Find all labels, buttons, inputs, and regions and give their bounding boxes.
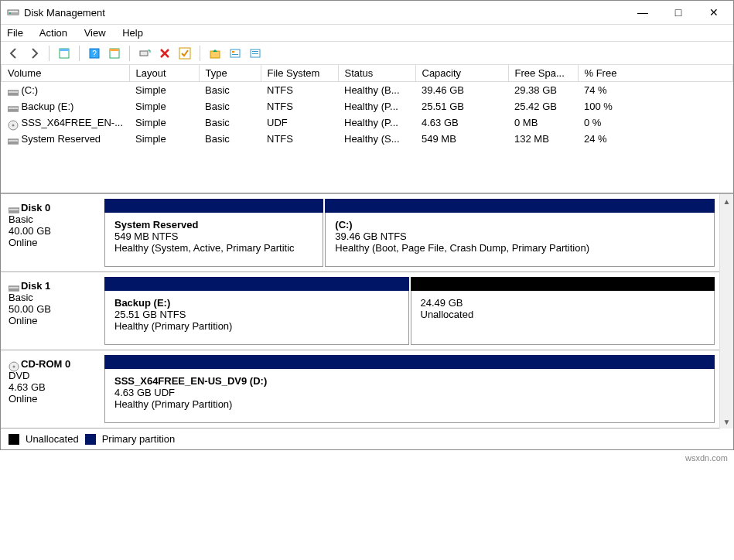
menu-file[interactable]: File — [7, 27, 23, 39]
partition-title: System Reserved — [114, 219, 313, 230]
separator — [129, 46, 130, 61]
partition-sub: 24.49 GB — [421, 297, 705, 309]
volume-name: Backup (E:) — [22, 101, 74, 112]
view-icon[interactable] — [56, 45, 73, 62]
scroll-up-icon[interactable]: ▲ — [720, 194, 733, 208]
cell-capacity: 549 MB — [415, 131, 508, 147]
svg-text:?: ? — [92, 50, 97, 58]
menu-view[interactable]: View — [84, 27, 106, 39]
volume-table[interactable]: Volume Layout Type File System Status Ca… — [1, 65, 733, 147]
disk-row[interactable]: Disk 1Basic50.00 GBOnlineBackup (E:)25.5… — [1, 272, 719, 350]
cell-free: 29.38 GB — [508, 82, 578, 99]
partition[interactable]: System Reserved549 MB NTFSHealthy (Syste… — [104, 199, 323, 267]
back-button[interactable] — [5, 45, 22, 62]
disk-size: 50.00 GB — [9, 303, 95, 315]
hdd-icon — [8, 87, 19, 95]
check-icon[interactable] — [176, 45, 193, 62]
cell-fs: NTFS — [261, 98, 338, 114]
settings-icon[interactable] — [106, 45, 123, 62]
cell-layout: Simple — [129, 82, 199, 99]
cell-layout: Simple — [129, 98, 199, 114]
cell-type: Basic — [199, 131, 261, 147]
folder-up-icon[interactable] — [207, 45, 224, 62]
delete-icon[interactable] — [156, 45, 173, 62]
cell-free: 25.42 GB — [508, 98, 578, 114]
scroll-down-icon[interactable]: ▼ — [720, 415, 733, 429]
partition-status: Healthy (System, Active, Primary Partiti… — [114, 242, 313, 254]
partition-bar — [411, 277, 715, 291]
col-capacity[interactable]: Capacity — [415, 65, 508, 82]
cell-fs: NTFS — [261, 82, 338, 99]
disk-label: CD-ROM 0DVD4.63 GBOnline — [1, 350, 100, 428]
partition-title: Backup (E:) — [114, 297, 399, 309]
partition-sub: 549 MB NTFS — [114, 230, 313, 242]
titlebar: Disk Management — □ ✕ — [1, 1, 733, 25]
list-icon[interactable] — [247, 45, 264, 62]
cell-free: 132 MB — [508, 131, 578, 147]
menu-action[interactable]: Action — [39, 27, 67, 39]
disk-row[interactable]: Disk 0Basic40.00 GBOnlineSystem Reserved… — [1, 194, 719, 272]
disk-row[interactable]: CD-ROM 0DVD4.63 GBOnlineSSS_X64FREE_EN-U… — [1, 350, 719, 429]
svg-rect-1 — [8, 12, 19, 15]
disk-name: Disk 0 — [21, 202, 50, 213]
partition[interactable]: SSS_X64FREE_EN-US_DV9 (D:)4.63 GB UDFHea… — [104, 355, 715, 423]
menu-help[interactable]: Help — [122, 27, 143, 39]
help-icon[interactable]: ? — [86, 45, 103, 62]
hdd-icon — [9, 205, 19, 213]
partition-status: Healthy (Primary Partition) — [114, 320, 399, 332]
dvd-icon — [8, 120, 19, 128]
disk-view: Disk 0Basic40.00 GBOnlineSystem Reserved… — [1, 193, 733, 429]
properties-icon[interactable] — [227, 45, 244, 62]
forward-button[interactable] — [26, 45, 43, 62]
disk-kind: Basic — [9, 213, 95, 225]
table-row[interactable]: Backup (E:)SimpleBasicNTFSHealthy (P...2… — [2, 98, 733, 114]
vertical-scrollbar[interactable]: ▲ ▼ — [719, 194, 733, 429]
close-button[interactable]: ✕ — [696, 2, 732, 24]
partition-sub: 39.46 GB NTFS — [335, 230, 705, 242]
svg-rect-8 — [110, 49, 119, 51]
svg-rect-21 — [8, 109, 19, 111]
minimize-button[interactable]: — — [625, 2, 661, 24]
col-status[interactable]: Status — [338, 65, 415, 82]
col-free[interactable]: Free Spa... — [508, 65, 578, 82]
partition-bar — [104, 355, 715, 369]
volume-name: SSS_X64FREE_EN-... — [22, 117, 124, 128]
col-layout[interactable]: Layout — [129, 65, 199, 82]
partition[interactable]: Backup (E:)25.51 GB NTFSHealthy (Primary… — [104, 277, 409, 345]
cell-type: Basic — [199, 114, 261, 131]
maximize-button[interactable]: □ — [661, 2, 696, 24]
svg-point-2 — [9, 12, 11, 14]
svg-rect-29 — [9, 289, 19, 291]
disk-kind: DVD — [9, 370, 95, 381]
cell-capacity: 25.51 GB — [415, 98, 508, 114]
table-row[interactable]: (C:)SimpleBasicNTFSHealthy (B...39.46 GB… — [2, 82, 733, 99]
col-volume[interactable]: Volume — [2, 65, 130, 82]
partition[interactable]: 24.49 GBUnallocated — [411, 277, 715, 345]
cell-layout: Simple — [129, 131, 199, 147]
cell-pctfree: 0 % — [578, 114, 733, 131]
svg-rect-9 — [140, 51, 148, 56]
disk-size: 4.63 GB — [9, 381, 95, 393]
svg-rect-13 — [232, 51, 234, 53]
legend-swatch-primary — [85, 434, 96, 445]
cell-status: Healthy (P... — [338, 114, 415, 131]
cell-free: 0 MB — [508, 114, 578, 131]
partition[interactable]: (C:)39.46 GB NTFSHealthy (Boot, Page Fil… — [325, 199, 715, 267]
partition-bar — [325, 199, 715, 213]
svg-rect-4 — [60, 49, 69, 51]
app-icon — [7, 6, 19, 19]
refresh-icon[interactable] — [136, 45, 153, 62]
cell-fs: UDF — [261, 114, 338, 131]
dvd-icon — [9, 361, 19, 369]
col-pctfree[interactable]: % Free — [578, 65, 733, 82]
svg-rect-19 — [8, 93, 19, 95]
table-row[interactable]: System ReservedSimpleBasicNTFSHealthy (S… — [2, 131, 733, 147]
partition-bar — [104, 277, 409, 291]
col-type[interactable]: Type — [199, 65, 261, 82]
legend: Unallocated Primary partition — [1, 429, 733, 449]
table-row[interactable]: SSS_X64FREE_EN-...SimpleBasicUDFHealthy … — [2, 114, 733, 131]
disk-name: CD-ROM 0 — [21, 358, 70, 370]
hdd-icon — [9, 283, 19, 291]
cell-type: Basic — [199, 98, 261, 114]
col-fs[interactable]: File System — [261, 65, 338, 82]
